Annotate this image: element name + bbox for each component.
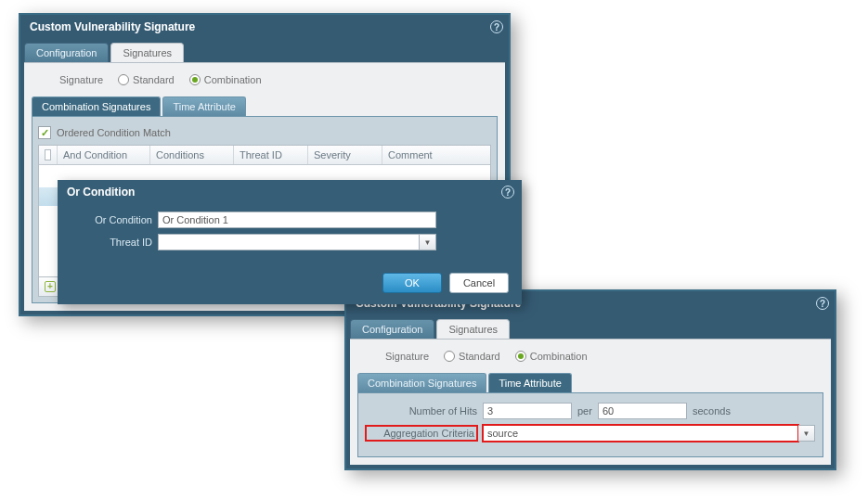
or-condition-dialog-title: Or Condition	[67, 186, 135, 199]
seconds-input[interactable]	[598, 403, 687, 419]
select-all-checkbox[interactable]	[45, 149, 51, 160]
subtab-combination-signatures[interactable]: Combination Signatures	[357, 373, 486, 392]
col-and-condition[interactable]: And Condition	[58, 146, 150, 164]
radio-standard-input[interactable]	[444, 351, 455, 362]
col-comment[interactable]: Comment	[382, 146, 490, 164]
tab-configuration[interactable]: Configuration	[24, 43, 109, 62]
signature-label: Signature	[385, 351, 429, 362]
aggregation-criteria-label: Aggregation Criteria	[366, 426, 477, 441]
radio-standard[interactable]: Standard	[118, 74, 175, 85]
subtab-combination-signatures[interactable]: Combination Signatures	[32, 96, 161, 116]
col-severity[interactable]: Severity	[308, 146, 382, 164]
aggregation-criteria-dropdown-button[interactable]: ▼	[798, 425, 815, 442]
radio-combination[interactable]: Combination	[189, 74, 262, 85]
or-condition-input[interactable]	[158, 212, 436, 228]
col-threat-id[interactable]: Threat ID	[234, 146, 308, 164]
help-icon[interactable]: ?	[501, 186, 514, 199]
panel1-title: Custom Vulnerability Signature	[30, 20, 195, 33]
threat-id-label: Threat ID	[69, 237, 152, 248]
plus-icon: +	[45, 281, 56, 292]
or-condition-dialog-header: Or Condition ?	[59, 182, 520, 202]
cancel-button[interactable]: Cancel	[449, 273, 509, 293]
ok-button[interactable]: OK	[382, 273, 442, 293]
number-of-hits-input[interactable]	[483, 403, 572, 419]
threat-id-input[interactable]	[158, 234, 420, 250]
signature-label: Signature	[59, 74, 103, 85]
subtab-time-attribute[interactable]: Time Attribute	[488, 373, 571, 392]
threat-id-dropdown-button[interactable]: ▼	[420, 234, 436, 250]
radio-standard[interactable]: Standard	[444, 351, 500, 362]
seconds-label: seconds	[693, 405, 731, 417]
tab-configuration[interactable]: Configuration	[350, 319, 434, 339]
help-icon[interactable]: ?	[816, 297, 829, 310]
chevron-down-icon: ▼	[803, 429, 810, 438]
chevron-down-icon: ▼	[424, 238, 432, 247]
radio-combination-input[interactable]	[189, 74, 201, 85]
ordered-condition-label: Ordered Condition Match	[57, 127, 171, 138]
col-conditions[interactable]: Conditions	[150, 146, 234, 164]
radio-combination-input[interactable]	[515, 351, 526, 362]
time-attribute-panel: Number of Hits per seconds Aggregation C…	[357, 392, 823, 457]
help-icon[interactable]: ?	[490, 20, 503, 33]
or-condition-label: Or Condition	[69, 214, 152, 225]
per-label: per	[577, 405, 592, 417]
aggregation-criteria-input[interactable]	[483, 425, 798, 442]
panel2-body: Signature Standard Combination Combinati…	[350, 339, 831, 465]
radio-combination[interactable]: Combination	[515, 351, 588, 362]
radio-standard-input[interactable]	[118, 74, 129, 85]
panel1-header: Custom Vulnerability Signature ?	[20, 15, 509, 39]
tab-signatures[interactable]: Signatures	[436, 319, 510, 339]
subtab-time-attribute[interactable]: Time Attribute	[162, 96, 245, 116]
tab-signatures[interactable]: Signatures	[110, 43, 184, 62]
number-of-hits-label: Number of Hits	[366, 405, 477, 417]
ordered-condition-checkbox[interactable]: ✓	[38, 126, 51, 139]
